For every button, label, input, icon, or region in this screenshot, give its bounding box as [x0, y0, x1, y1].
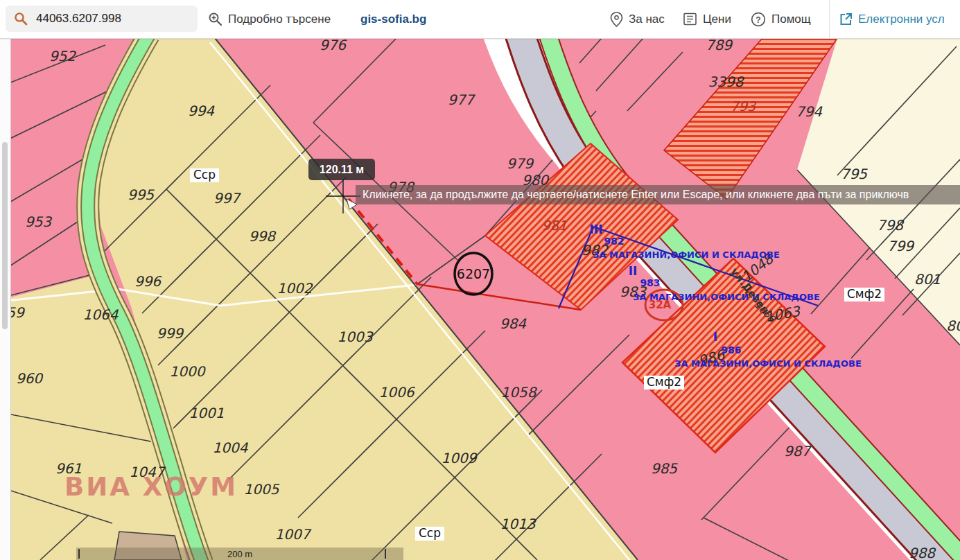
collapsed-side-panel[interactable] [0, 38, 11, 560]
map-label: 985 [651, 460, 678, 477]
site-link-label: gis-sofia.bg [360, 12, 426, 26]
map-label: 1004 [213, 439, 249, 456]
question-circle-icon: ? [751, 12, 766, 27]
scrollbar-thumb[interactable] [2, 142, 8, 329]
draw-instruction-bar: Кликнете, за да продължите да чертаете/н… [356, 185, 960, 204]
scale-bar: 200 m [76, 548, 403, 560]
map-label: 988 [909, 545, 936, 560]
draw-instruction-text: Кликнете, за да продължите да чертаете/н… [363, 189, 909, 200]
external-link-icon [839, 12, 853, 26]
prices-button[interactable]: Цени [683, 0, 731, 38]
map-label: II [629, 264, 638, 278]
map-label: Сср [419, 526, 441, 540]
map-label: 996 [134, 273, 162, 290]
location-pin-icon [610, 12, 623, 27]
map-label: 80 [946, 317, 960, 334]
svg-text:?: ? [756, 15, 760, 24]
map-label: 1009 [442, 450, 478, 466]
map-label: ВИА ХОУМ [64, 472, 238, 502]
map-label: 799 [887, 238, 915, 254]
map-label: 1064 [83, 306, 119, 323]
map-label: 1007 [275, 526, 312, 543]
selected-parcel-number: 6207 [457, 266, 490, 281]
detailed-search-button[interactable]: Подробно търсене [208, 0, 331, 38]
map-label: 801 [914, 271, 941, 288]
site-link[interactable]: gis-sofia.bg [360, 0, 426, 38]
map-label: Смф2 [647, 375, 681, 389]
prices-label: Цени [703, 12, 731, 26]
map-label: 798 [877, 217, 905, 234]
price-list-icon [683, 12, 697, 26]
map-label: 977 [448, 91, 475, 108]
map-label: 979 [507, 155, 534, 172]
map-label: 794 [796, 103, 823, 120]
map-label: 793 [731, 98, 757, 114]
map-label: 952 [49, 48, 76, 64]
eservices-link[interactable]: Електронни усл [839, 0, 945, 38]
map-label: 32А [649, 299, 672, 311]
map-label: 999 [157, 325, 184, 342]
scale-label: 200 m [227, 549, 252, 559]
map-label: Смф2 [847, 287, 882, 301]
map-viewport[interactable]: 6207 95295397697797897998098199499599799… [0, 38, 960, 560]
map-label: 981 [542, 218, 567, 233]
map-label: 1003 [338, 329, 374, 345]
map-label: 976 [320, 38, 347, 53]
about-label: За нас [629, 12, 665, 26]
map-label: I [713, 330, 717, 344]
map-label: 998 [249, 228, 277, 245]
gis-sofia-app: Подробно търсене gis-sofia.bg За нас Цен… [0, 0, 960, 560]
toolbar-divider [829, 0, 830, 38]
map-label: 1002 [277, 280, 313, 297]
map-label: 1001 [189, 405, 225, 421]
map-label: 986 [721, 344, 741, 356]
measure-tooltip: 120.11 м [308, 159, 375, 180]
map-label: 994 [188, 103, 215, 119]
measure-value: 120.11 м [320, 164, 364, 176]
top-toolbar: Подробно търсене gis-sofia.bg За нас Цен… [0, 0, 960, 39]
map-label: 795 [841, 166, 868, 182]
map-label: 987 [784, 443, 812, 460]
map-label: 997 [213, 190, 241, 207]
map-label: 1006 [379, 384, 416, 401]
search-plus-icon [208, 12, 222, 26]
map-label: 984 [500, 315, 527, 332]
map-label: 995 [128, 186, 155, 203]
eservices-label: Електронни усл [858, 12, 945, 26]
map-label: 1058 [501, 384, 538, 401]
map-label: 960 [16, 370, 44, 387]
detailed-search-label: Подробно търсене [228, 12, 331, 26]
map-label: III [590, 222, 603, 236]
map-label: Сср [193, 168, 216, 182]
map-label: 1005 [244, 481, 280, 498]
map-label: 1013 [500, 516, 536, 532]
map-label: ЗА МАГАЗИНИ,ОФИСИ И СКЛАДОВЕ [674, 358, 862, 369]
help-button[interactable]: ? Помощ [751, 0, 811, 38]
parcel-search-box[interactable] [6, 6, 198, 32]
map-label: 3398 [708, 73, 745, 90]
map-label: 1000 [170, 363, 207, 380]
map-label: 983 [640, 277, 660, 288]
map-label: ЗА МАГАЗИНИ,ОФИСИ И СКЛАДОВЕ [593, 250, 780, 260]
map-label: 982 [604, 236, 624, 247]
cadastral-map-canvas[interactable]: 6207 95295397697797897998098199499599799… [0, 38, 960, 560]
map-label: 953 [25, 213, 52, 230]
search-icon [14, 12, 28, 26]
search-input[interactable] [35, 11, 190, 26]
about-button[interactable]: За нас [610, 0, 665, 38]
help-label: Помощ [771, 12, 811, 26]
map-label: 789 [706, 38, 733, 53]
